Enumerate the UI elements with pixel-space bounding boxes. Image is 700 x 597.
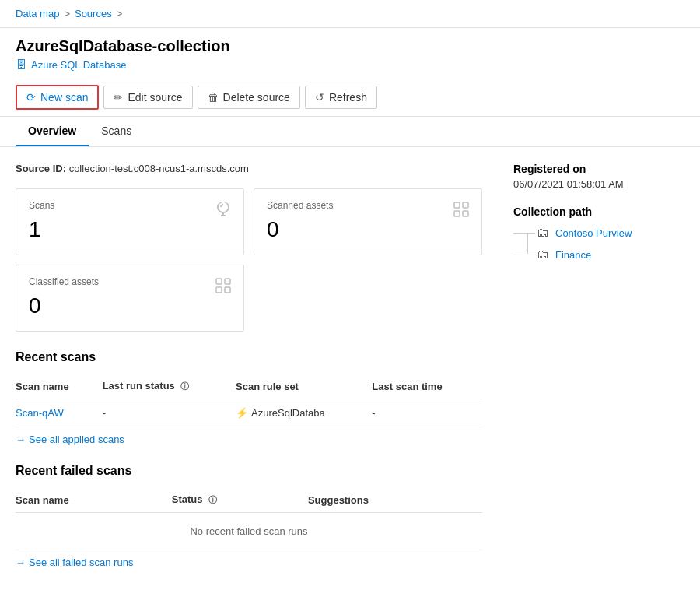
breadcrumb-sep-1: >	[64, 8, 70, 19]
info-icon-failed-status[interactable]: ⓘ	[208, 495, 217, 504]
stat-card-classified-assets: Classified assets 0	[16, 265, 244, 332]
page-header: AzureSqlDatabase-collection 🗄 Azure SQL …	[0, 28, 700, 79]
recent-failed-scans-table: Scan name Status ⓘ Suggestions No recent	[16, 487, 482, 550]
registered-on-label: Registered on	[513, 163, 684, 175]
registered-on-value: 06/07/2021 01:58:01 AM	[513, 178, 684, 190]
source-id-value: collection-test.c008-ncus1-a.mscds.com	[69, 163, 249, 174]
source-id-label: Source ID:	[16, 163, 66, 174]
right-panel: Registered on 06/07/2021 01:58:01 AM Col…	[513, 163, 684, 587]
svg-rect-3	[463, 211, 468, 216]
page-title: AzureSqlDatabase-collection	[16, 37, 684, 55]
page-subtitle: 🗄 Azure SQL Database	[16, 58, 684, 71]
collection-tree: 🗂 Contoso Purview 🗂 Finance	[513, 226, 684, 269]
see-all-failed-scans-link[interactable]: → See all failed scan runs	[16, 557, 133, 568]
delete-source-button[interactable]: 🗑 Delete source	[198, 86, 300, 109]
cell-scan-rule-set: ⚡ AzureSqlDataba	[236, 399, 372, 427]
collection-path-label: Collection path	[513, 205, 684, 218]
stat-icon-scanned	[452, 200, 471, 223]
tab-scans[interactable]: Scans	[89, 117, 144, 146]
stat-value-classified: 0	[29, 293, 231, 318]
breadcrumb: Data map > Sources >	[0, 0, 700, 28]
breadcrumb-sep-2: >	[117, 8, 123, 19]
scan-name-link[interactable]: Scan-qAW	[16, 407, 64, 419]
no-data-row: No recent failed scan runs	[16, 513, 482, 550]
refresh-icon: ↺	[315, 91, 324, 104]
recent-scans-section: Recent scans Scan name Last run status ⓘ…	[16, 350, 482, 445]
breadcrumb-data-map[interactable]: Data map	[16, 8, 59, 19]
stat-icon-scans	[214, 200, 233, 223]
stat-label-classified: Classified assets	[29, 276, 231, 287]
col-last-run-status: Last run status ⓘ	[103, 374, 236, 399]
subtitle-text: Azure SQL Database	[31, 59, 126, 71]
stat-label-scans: Scans	[29, 200, 231, 211]
collection-icon-finance: 🗂	[537, 248, 549, 262]
registered-on-section: Registered on 06/07/2021 01:58:01 AM	[513, 163, 684, 190]
info-icon-status[interactable]: ⓘ	[180, 381, 189, 391]
collection-link-finance[interactable]: Finance	[555, 249, 591, 261]
stat-value-scanned: 0	[267, 217, 469, 242]
recent-scans-table: Scan name Last run status ⓘ Scan rule se…	[16, 374, 482, 427]
refresh-button[interactable]: ↺ Refresh	[305, 86, 377, 109]
lightning-icon: ⚡	[236, 407, 248, 419]
cell-last-scan-time: -	[372, 399, 482, 427]
pencil-icon: ✏	[114, 91, 123, 104]
col-suggestions: Suggestions	[308, 487, 482, 513]
scan-icon: ⟳	[26, 91, 36, 104]
database-icon: 🗄	[16, 58, 26, 71]
col-last-scan-time: Last scan time	[372, 374, 482, 399]
stats-grid: Scans 1 Scanned assets 0	[16, 188, 482, 332]
cell-scan-name: Scan-qAW	[16, 399, 103, 427]
col-failed-scan-name: Scan name	[16, 487, 172, 513]
left-panel: Source ID: collection-test.c008-ncus1-a.…	[16, 163, 482, 587]
recent-scans-title: Recent scans	[16, 350, 482, 364]
svg-rect-2	[454, 211, 460, 216]
stat-card-scans: Scans 1	[16, 188, 244, 255]
source-id-row: Source ID: collection-test.c008-ncus1-a.…	[16, 163, 482, 174]
scan-rule-set-value: AzureSqlDataba	[251, 407, 325, 419]
table-row: Scan-qAW - ⚡ AzureSqlDataba -	[16, 399, 482, 427]
cell-last-run-status: -	[103, 399, 236, 427]
svg-rect-0	[454, 202, 460, 208]
tab-overview[interactable]: Overview	[16, 117, 89, 146]
tab-bar: Overview Scans	[0, 117, 700, 147]
stat-value-scans: 1	[29, 217, 231, 242]
stat-label-scanned: Scanned assets	[267, 200, 469, 211]
collection-item-contoso: 🗂 Contoso Purview	[521, 226, 684, 240]
breadcrumb-sources[interactable]: Sources	[75, 8, 112, 19]
col-failed-status: Status ⓘ	[172, 487, 308, 513]
col-scan-rule-set: Scan rule set	[236, 374, 372, 399]
edit-source-button[interactable]: ✏ Edit source	[103, 86, 192, 109]
svg-rect-5	[225, 279, 230, 284]
collection-path-section: Collection path 🗂 Contoso Purview 🗂 Fina…	[513, 205, 684, 269]
see-all-scans-link[interactable]: → See all applied scans	[16, 434, 124, 445]
main-content: Source ID: collection-test.c008-ncus1-a.…	[0, 147, 700, 597]
recent-failed-scans-section: Recent failed scans Scan name Status ⓘ S…	[16, 464, 482, 568]
stat-icon-classified	[214, 276, 233, 300]
svg-rect-7	[225, 287, 230, 293]
col-scan-name: Scan name	[16, 374, 103, 399]
collection-link-contoso[interactable]: Contoso Purview	[555, 227, 632, 239]
svg-rect-1	[463, 202, 468, 208]
trash-icon: 🗑	[208, 91, 219, 104]
svg-rect-6	[216, 287, 222, 293]
recent-failed-scans-title: Recent failed scans	[16, 464, 482, 478]
no-data-message: No recent failed scan runs	[16, 513, 482, 550]
toolbar: ⟳ New scan ✏ Edit source 🗑 Delete source…	[0, 79, 700, 117]
collection-item-finance: 🗂 Finance	[521, 248, 684, 262]
stat-card-scanned-assets: Scanned assets 0	[254, 188, 482, 255]
svg-rect-4	[216, 279, 222, 284]
new-scan-button[interactable]: ⟳ New scan	[16, 85, 99, 110]
collection-icon-contoso: 🗂	[537, 226, 549, 240]
